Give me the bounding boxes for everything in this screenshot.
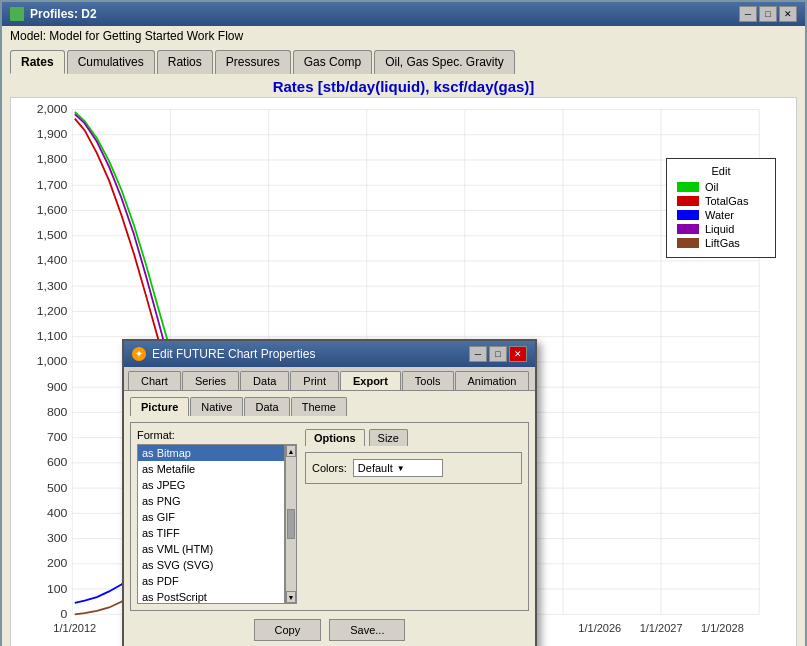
svg-text:300: 300 [47, 531, 68, 545]
copy-button[interactable]: Copy [254, 619, 322, 641]
tab-rates[interactable]: Rates [10, 50, 65, 74]
main-window: Profiles: D2 ─ □ ✕ Model: Model for Gett… [0, 0, 807, 646]
svg-text:1,800: 1,800 [37, 153, 68, 167]
dialog-icon: ✦ [132, 347, 146, 361]
tab-gascomp[interactable]: Gas Comp [293, 50, 372, 74]
colors-row: Colors: Default ▼ [312, 459, 515, 477]
format-item-tiff[interactable]: as TIFF [138, 525, 284, 541]
format-item-metafile[interactable]: as Metafile [138, 461, 284, 477]
tab-cumulatives[interactable]: Cumulatives [67, 50, 155, 74]
svg-text:1,500: 1,500 [37, 229, 68, 243]
window-title: Profiles: D2 [30, 7, 97, 21]
svg-text:2,000: 2,000 [37, 102, 68, 116]
content-area: Format: as Bitmap as Metafile as JPEG as… [130, 422, 529, 611]
totalgas-color-swatch [677, 196, 699, 206]
sub-tab-picture[interactable]: Picture [130, 397, 189, 416]
svg-text:0: 0 [61, 607, 68, 621]
svg-text:1,100: 1,100 [37, 329, 68, 343]
dialog-close-button[interactable]: ✕ [509, 346, 527, 362]
format-item-vml[interactable]: as VML (HTM) [138, 541, 284, 557]
svg-text:100: 100 [47, 582, 68, 596]
model-label: Model: Model for Getting Started Work Fl… [2, 26, 805, 46]
sub-tab-bar: Picture Native Data Theme [130, 397, 529, 416]
tab-pressures[interactable]: Pressures [215, 50, 291, 74]
dialog-tab-tools[interactable]: Tools [402, 371, 454, 390]
options-tab-size[interactable]: Size [369, 429, 408, 446]
dialog-maximize-button[interactable]: □ [489, 346, 507, 362]
dialog-title-left: ✦ Edit FUTURE Chart Properties [132, 347, 315, 361]
legend-label-liftgas: LiftGas [705, 237, 740, 249]
options-section: Options Size Colors: Default ▼ [305, 429, 522, 604]
legend-item-totalgas: TotalGas [677, 195, 765, 207]
format-section: Format: as Bitmap as Metafile as JPEG as… [137, 429, 297, 604]
liquid-color-swatch [677, 224, 699, 234]
svg-text:1,900: 1,900 [37, 128, 68, 142]
svg-text:1/1/2027: 1/1/2027 [640, 622, 683, 634]
save-button[interactable]: Save... [329, 619, 405, 641]
scroll-up-arrow[interactable]: ▲ [286, 445, 296, 457]
svg-text:1,200: 1,200 [37, 304, 68, 318]
options-inner: Colors: Default ▼ [305, 452, 522, 484]
scroll-thumb[interactable] [287, 509, 295, 539]
dialog-controls: ─ □ ✕ [469, 346, 527, 362]
close-window-button[interactable]: ✕ [779, 6, 797, 22]
format-item-svg[interactable]: as SVG (SVG) [138, 557, 284, 573]
legend-label-oil: Oil [705, 181, 718, 193]
format-item-png[interactable]: as PNG [138, 493, 284, 509]
format-item-postscript[interactable]: as PostScript [138, 589, 284, 604]
legend-label-water: Water [705, 209, 734, 221]
legend-label-totalgas: TotalGas [705, 195, 748, 207]
format-list-scrollbar[interactable]: ▲ ▼ [285, 444, 297, 604]
dialog-tab-chart[interactable]: Chart [128, 371, 181, 390]
colors-value: Default [358, 462, 393, 474]
sub-tab-theme[interactable]: Theme [291, 397, 347, 416]
sub-tab-native[interactable]: Native [190, 397, 243, 416]
tab-ratios[interactable]: Ratios [157, 50, 213, 74]
svg-text:600: 600 [47, 456, 68, 470]
legend-box: Edit Oil TotalGas Water Liquid [666, 158, 776, 258]
tab-oilgasspec[interactable]: Oil, Gas Spec. Gravity [374, 50, 515, 74]
colors-label: Colors: [312, 462, 347, 474]
chart-properties-dialog: ✦ Edit FUTURE Chart Properties ─ □ ✕ Cha… [122, 339, 537, 646]
dialog-tab-series[interactable]: Series [182, 371, 239, 390]
sub-tab-data[interactable]: Data [244, 397, 289, 416]
colors-dropdown[interactable]: Default ▼ [353, 459, 443, 477]
dropdown-arrow-icon: ▼ [397, 464, 405, 473]
chart-title: Rates [stb/day(liquid), kscf/day(gas)] [10, 78, 797, 95]
legend-item-water: Water [677, 209, 765, 221]
action-buttons: Copy Save... [130, 619, 529, 641]
format-list[interactable]: as Bitmap as Metafile as JPEG as PNG as … [137, 444, 285, 604]
svg-text:700: 700 [47, 430, 68, 444]
svg-text:1/1/2028: 1/1/2028 [701, 622, 744, 634]
format-label: Format: [137, 429, 297, 441]
maximize-button[interactable]: □ [759, 6, 777, 22]
dialog-title-bar: ✦ Edit FUTURE Chart Properties ─ □ ✕ [124, 341, 535, 367]
main-tab-bar: Rates Cumulatives Ratios Pressures Gas C… [2, 46, 805, 74]
format-item-bitmap[interactable]: as Bitmap [138, 445, 284, 461]
svg-text:1,600: 1,600 [37, 203, 68, 217]
title-bar-left: Profiles: D2 [10, 7, 97, 21]
dialog-tab-animation[interactable]: Animation [455, 371, 530, 390]
water-color-swatch [677, 210, 699, 220]
svg-text:800: 800 [47, 405, 68, 419]
legend-item-liquid: Liquid [677, 223, 765, 235]
minimize-button[interactable]: ─ [739, 6, 757, 22]
window-controls: ─ □ ✕ [739, 6, 797, 22]
dialog-main-tabs: Chart Series Data Print Export Tools Ani… [124, 367, 535, 391]
format-item-gif[interactable]: as GIF [138, 509, 284, 525]
app-icon [10, 7, 24, 21]
svg-text:900: 900 [47, 380, 68, 394]
format-item-pdf[interactable]: as PDF [138, 573, 284, 589]
dialog-minimize-button[interactable]: ─ [469, 346, 487, 362]
dialog-body: Picture Native Data Theme Format: as Bit… [124, 391, 535, 646]
svg-text:1,400: 1,400 [37, 254, 68, 268]
dialog-tab-data[interactable]: Data [240, 371, 289, 390]
options-tab-options[interactable]: Options [305, 429, 365, 446]
svg-text:200: 200 [47, 557, 68, 571]
legend-item-oil: Oil [677, 181, 765, 193]
format-item-jpeg[interactable]: as JPEG [138, 477, 284, 493]
scroll-down-arrow[interactable]: ▼ [286, 591, 296, 603]
dialog-tab-print[interactable]: Print [290, 371, 339, 390]
svg-text:1,300: 1,300 [37, 279, 68, 293]
dialog-tab-export[interactable]: Export [340, 371, 401, 390]
